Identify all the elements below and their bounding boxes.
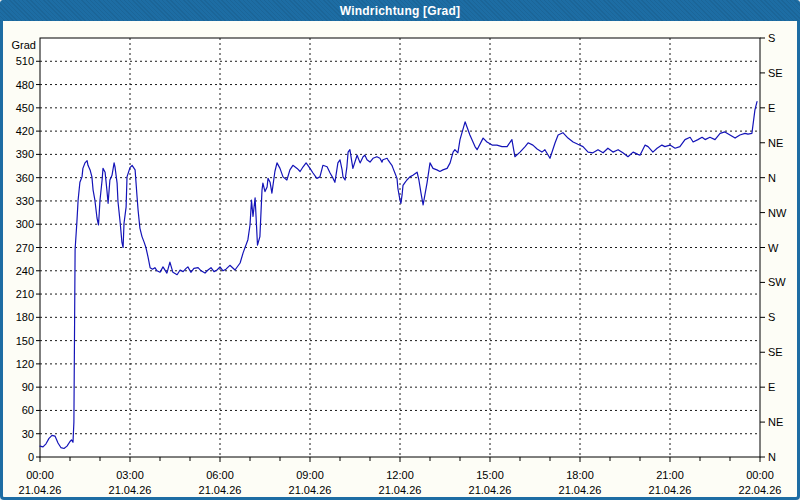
y-axis-tick-label: 30 — [22, 428, 34, 440]
chart-svg: 0306090120150180210240270300330360390420… — [0, 0, 800, 500]
compass-axis-label: E — [768, 381, 775, 393]
y-axis-tick-label: 240 — [16, 265, 34, 277]
y-axis-tick-label: 420 — [16, 125, 34, 137]
y-axis-tick-label: 60 — [22, 404, 34, 416]
compass-axis-label: NW — [768, 207, 787, 219]
compass-axis-label: W — [768, 242, 779, 254]
x-axis-time-label: 12:00 — [386, 469, 414, 481]
y-axis-tick-label: 390 — [16, 148, 34, 160]
x-axis-date-label: 22.04.26 — [739, 484, 782, 496]
compass-axis-label: NE — [768, 137, 783, 149]
x-axis-date-label: 21.04.26 — [199, 484, 242, 496]
x-axis-time-label: 06:00 — [206, 469, 234, 481]
x-axis-time-label: 18:00 — [566, 469, 594, 481]
window-title-bar: Windrichtung [Grad] — [0, 0, 800, 21]
y-axis-tick-label: 150 — [16, 335, 34, 347]
y-axis-tick-label: 510 — [16, 55, 34, 67]
compass-axis-label: N — [768, 451, 776, 463]
x-axis-date-label: 21.04.26 — [289, 484, 332, 496]
y-axis-tick-label: 450 — [16, 102, 34, 114]
y-axis-tick-label: 480 — [16, 79, 34, 91]
x-axis-time-label: 00:00 — [26, 469, 54, 481]
y-axis-tick-label: 0 — [28, 451, 34, 463]
x-axis-date-label: 21.04.26 — [19, 484, 62, 496]
x-axis-time-label: 00:00 — [746, 469, 774, 481]
compass-axis-label: NE — [768, 416, 783, 428]
y-axis-tick-label: 330 — [16, 195, 34, 207]
compass-axis-label: E — [768, 102, 775, 114]
compass-axis-label: N — [768, 172, 776, 184]
x-axis-date-label: 21.04.26 — [649, 484, 692, 496]
y-axis-tick-label: 120 — [16, 358, 34, 370]
x-axis-date-label: 21.04.26 — [379, 484, 422, 496]
compass-axis-label: S — [768, 32, 775, 44]
x-axis-date-label: 21.04.26 — [559, 484, 602, 496]
y-axis-unit-label: Grad — [12, 39, 36, 51]
y-axis-tick-label: 270 — [16, 242, 34, 254]
x-axis-time-label: 15:00 — [476, 469, 504, 481]
x-axis-time-label: 21:00 — [656, 469, 684, 481]
compass-axis-label: SE — [768, 67, 783, 79]
window-title: Windrichtung [Grad] — [340, 4, 460, 18]
y-axis-tick-label: 180 — [16, 311, 34, 323]
compass-axis-label: SW — [768, 276, 786, 288]
compass-axis-label: S — [768, 311, 775, 323]
x-axis-time-label: 09:00 — [296, 469, 324, 481]
y-axis-tick-label: 360 — [16, 172, 34, 184]
chart-window: 0306090120150180210240270300330360390420… — [0, 0, 800, 500]
y-axis-tick-label: 210 — [16, 288, 34, 300]
y-axis-tick-label: 90 — [22, 381, 34, 393]
compass-axis-label: SE — [768, 346, 783, 358]
x-axis-time-label: 03:00 — [116, 469, 144, 481]
y-axis-tick-label: 300 — [16, 218, 34, 230]
x-axis-date-label: 21.04.26 — [469, 484, 512, 496]
x-axis-date-label: 21.04.26 — [109, 484, 152, 496]
